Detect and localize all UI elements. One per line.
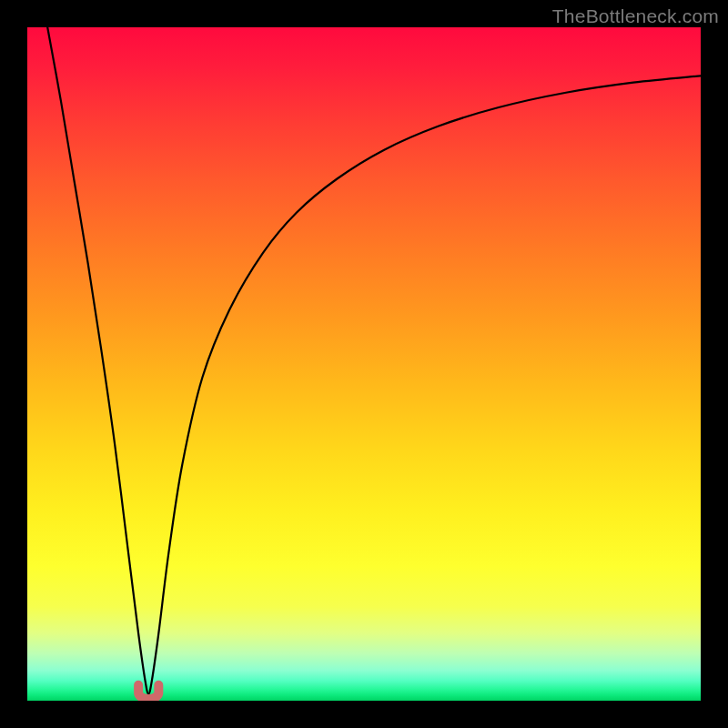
dip-marker-path xyxy=(138,685,158,699)
bottleneck-curve xyxy=(47,27,701,694)
dip-marker xyxy=(138,685,158,699)
curve-layer xyxy=(27,27,701,701)
chart-frame: TheBottleneck.com xyxy=(0,0,728,728)
watermark-text: TheBottleneck.com xyxy=(552,5,719,27)
curve-path xyxy=(47,27,701,694)
plot-area xyxy=(27,27,701,701)
